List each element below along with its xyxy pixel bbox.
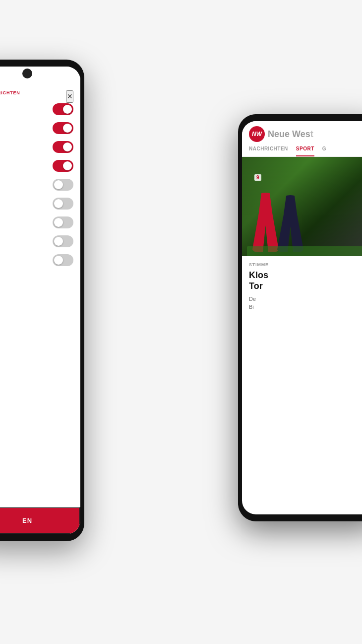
toggle-8[interactable] [53, 235, 73, 247]
grass-strip [247, 246, 362, 256]
toggle-welt[interactable] [53, 103, 73, 115]
toggle-knob-7 [54, 218, 63, 227]
logo-icon: NW [249, 126, 265, 142]
toggle-knob-9 [54, 256, 63, 265]
toggle-9[interactable] [53, 254, 73, 266]
toggle-7[interactable] [53, 216, 73, 228]
toggle-5[interactable] [53, 179, 73, 191]
close-button[interactable]: × [66, 90, 73, 103]
article-image: 9 [242, 157, 362, 256]
status-bar [0, 67, 80, 86]
section-label: -NACHRICHTEN [0, 90, 73, 95]
toggle-knob-eld [63, 143, 72, 151]
toggle-knob-2 [63, 124, 72, 133]
toggle-knob [63, 105, 72, 114]
players-silhouette: 9 [242, 167, 362, 256]
player-number-badge: 9 [254, 174, 261, 181]
article-title: Klos Tor [249, 270, 362, 291]
toggle-row-7 [0, 215, 73, 229]
logo-row: NW Neue West [249, 126, 362, 142]
toggle-knob-8 [54, 237, 63, 246]
apply-button[interactable]: EN [0, 507, 80, 534]
toggle-knob-4 [63, 161, 72, 170]
toggle-row-5 [0, 178, 73, 192]
toggle-knob-5 [54, 180, 63, 189]
logo-text: Neue West [268, 129, 313, 140]
article-content: STIMME Klos Tor De Bi [242, 256, 362, 317]
settings-panel: × -NACHRICHTEN Welt eld [0, 90, 80, 267]
toggle-4[interactable] [53, 160, 73, 172]
toggle-row-eld: eld [0, 140, 73, 154]
toggle-row-9 [0, 253, 73, 267]
tab-sport[interactable]: SPORT [296, 146, 314, 156]
toggle-6[interactable] [53, 198, 73, 210]
toggle-row-8 [0, 234, 73, 248]
left-phone-screen: × -NACHRICHTEN Welt eld [0, 67, 80, 534]
article-tag: STIMME [249, 262, 362, 267]
right-phone-screen: NW Neue West NACHRICHTEN SPORT G 9 [242, 121, 362, 514]
toggle-row-4 [0, 159, 73, 173]
right-phone: NW Neue West NACHRICHTEN SPORT G 9 [238, 114, 362, 521]
article-description: De Bi [249, 295, 362, 311]
toggle-row-6 [0, 197, 73, 211]
toggle-knob-6 [54, 199, 63, 208]
tab-nachrichten[interactable]: NACHRICHTEN [249, 146, 288, 156]
toggle-row-welt: Welt [0, 102, 73, 116]
tab-g[interactable]: G [322, 146, 326, 156]
left-phone: × -NACHRICHTEN Welt eld [0, 60, 84, 541]
nav-tabs: NACHRICHTEN SPORT G [249, 146, 362, 156]
front-camera [22, 69, 32, 78]
app-header: NW Neue West NACHRICHTEN SPORT G [242, 121, 362, 157]
logo-text-faded: t [310, 129, 313, 139]
toggle-2[interactable] [53, 122, 73, 134]
toggle-eld[interactable] [53, 141, 73, 153]
toggle-row-2 [0, 121, 73, 135]
